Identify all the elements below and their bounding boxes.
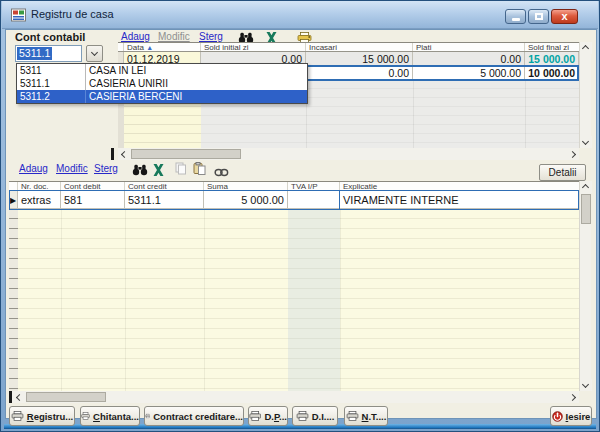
header-sold-final[interactable]: Sold final zi	[525, 43, 579, 51]
col-divider	[525, 80, 526, 148]
nt-label: N.T....	[362, 411, 387, 422]
header-explicatie[interactable]: Explicatie	[340, 182, 579, 190]
search-icon[interactable]	[132, 162, 148, 180]
option-name: CASIERIA BERCENI	[85, 90, 182, 103]
scroll-right-button[interactable]	[567, 391, 579, 403]
account-combo-value: 5311.1	[17, 47, 52, 60]
top-edit-link[interactable]: Modific	[158, 31, 190, 42]
day-grid-vscrollbar[interactable]	[579, 42, 591, 148]
nt-button[interactable]: N.T....	[344, 406, 388, 426]
printer-icon	[11, 411, 24, 421]
link-icon[interactable]	[214, 163, 229, 181]
header-suma[interactable]: Suma	[204, 182, 288, 190]
paste-icon[interactable]	[193, 161, 206, 179]
exit-icon	[552, 411, 563, 422]
app-window: Registru de casa x Cont contabil 5311.1 …	[0, 0, 600, 432]
chevron-up-icon	[582, 45, 589, 52]
top-add-link[interactable]: Adaug	[121, 31, 150, 42]
title-bar[interactable]: Registru de casa x	[2, 1, 598, 29]
printer-icon	[346, 411, 359, 421]
grid-splitter[interactable]	[9, 391, 12, 403]
header-data[interactable]: Data ▲	[124, 43, 201, 51]
dropdown-option-highlighted[interactable]: 5311.2 CASIERIA BERCENI	[17, 90, 307, 103]
di-button[interactable]: D.I....	[292, 406, 338, 426]
chevron-down-icon	[582, 381, 589, 388]
header-data-label: Data	[127, 43, 144, 51]
scroll-up-button[interactable]	[580, 181, 592, 193]
account-dropdown-list: 5311 CASA IN LEI 5311.1 CASIERIA UNIRII …	[16, 63, 308, 104]
detail-grid-hscrollbar[interactable]	[9, 391, 579, 403]
header-cont-debit[interactable]: Cont debit	[61, 182, 125, 190]
cell-plati: 5 000.00	[413, 66, 525, 80]
detail-delete-link[interactable]: Sterg	[94, 163, 118, 174]
header-incasari[interactable]: Incasari	[306, 43, 413, 51]
iesire-button[interactable]: Iesire	[550, 406, 592, 426]
detail-edit-link[interactable]: Modific	[56, 163, 88, 174]
scroll-left-button[interactable]	[118, 148, 130, 160]
cell-plati: 0.00	[413, 52, 525, 66]
cell-incasari: 15 000.00	[306, 52, 413, 66]
maximize-button[interactable]	[528, 9, 549, 24]
col-divider	[61, 209, 62, 391]
scroll-thumb[interactable]	[581, 194, 591, 224]
dropdown-option[interactable]: 5311.1 CASIERIA UNIRII	[17, 77, 307, 90]
detail-grid-empty-indicator	[9, 209, 18, 391]
detail-grid-header: Nr. doc. Cont debit Cont credit Suma TVA…	[9, 181, 579, 191]
detail-grid-vscrollbar[interactable]	[579, 181, 591, 391]
scroll-thumb[interactable]	[131, 149, 241, 159]
chevron-right-icon	[569, 393, 576, 400]
printer-icon	[145, 411, 150, 421]
registru-label: Registru...	[27, 411, 73, 422]
top-delete-link[interactable]: Sterg	[199, 31, 223, 42]
iesire-label: Iesire	[566, 411, 591, 422]
copy-icon[interactable]	[175, 161, 187, 179]
cell-sold-final: 15 000.00	[525, 52, 579, 66]
detail-add-link[interactable]: Adaug	[19, 163, 48, 174]
account-combo-dropdown-button[interactable]	[86, 45, 103, 62]
cell-suma: 5 000.00	[204, 191, 288, 209]
option-name: CASIERIA UNIRII	[85, 77, 168, 90]
registru-button[interactable]: Registru...	[9, 406, 75, 426]
detail-grid: Nr. doc. Cont debit Cont credit Suma TVA…	[9, 181, 591, 403]
close-button[interactable]: x	[551, 9, 578, 24]
chevron-down-icon	[91, 49, 98, 56]
contract-creditare-label: Contract creditare...	[153, 411, 243, 422]
option-code: 5311.1	[20, 77, 50, 90]
chitanta-button[interactable]: Chitanta...	[80, 406, 140, 426]
account-combo-input[interactable]: 5311.1	[15, 45, 82, 62]
chevron-up-icon	[582, 184, 589, 191]
scroll-down-button[interactable]	[580, 379, 592, 391]
scroll-left-button[interactable]	[13, 391, 25, 403]
contract-creditare-button[interactable]: Contract creditare...	[144, 406, 244, 426]
scroll-right-button[interactable]	[567, 148, 579, 160]
scroll-thumb[interactable]	[26, 392, 106, 402]
cell-cont-credit: 5311.1	[125, 191, 204, 209]
scroll-up-button[interactable]	[580, 42, 592, 54]
header-nr-doc[interactable]: Nr. doc.	[18, 182, 61, 190]
col-divider	[204, 209, 205, 391]
day-grid-hscrollbar[interactable]	[118, 148, 579, 160]
grid-splitter[interactable]	[111, 148, 114, 160]
col-divider	[340, 209, 341, 391]
di-label: D.I....	[312, 411, 335, 422]
excel-export-icon[interactable]	[152, 162, 165, 180]
chevron-left-icon	[121, 150, 128, 157]
minimize-icon	[512, 18, 520, 21]
scroll-down-button[interactable]	[580, 136, 592, 148]
maximize-icon	[535, 13, 543, 20]
cell-explicatie: VIRAMENTE INTERNE	[340, 191, 579, 209]
header-cont-credit[interactable]: Cont credit	[125, 182, 204, 190]
printer-icon	[249, 411, 261, 421]
cell-cont-debit: 581	[61, 191, 125, 209]
detalii-button[interactable]: Detalii	[539, 164, 586, 181]
day-grid-header: Data ▲ Sold initial zi Incasari Plati So…	[118, 42, 579, 52]
header-plati[interactable]: Plati	[413, 43, 525, 51]
dropdown-option[interactable]: 5311 CASA IN LEI	[17, 64, 307, 77]
cell-tva	[288, 191, 340, 209]
minimize-button[interactable]	[505, 9, 526, 24]
header-sold-initial[interactable]: Sold initial zi	[201, 43, 306, 51]
chevron-left-icon	[16, 393, 23, 400]
header-tva[interactable]: TVA I/P	[288, 182, 340, 190]
row-indicator-cell: ▶	[9, 191, 18, 209]
dp-button[interactable]: D.P...	[248, 406, 288, 426]
